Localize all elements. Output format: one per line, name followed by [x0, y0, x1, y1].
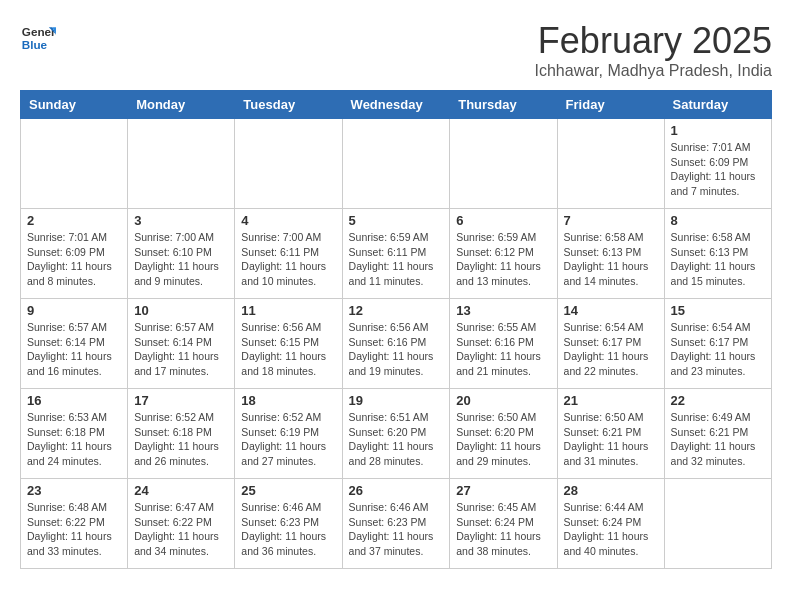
month-title: February 2025: [535, 20, 772, 62]
day-info: Sunrise: 6:49 AMSunset: 6:21 PMDaylight:…: [671, 410, 765, 469]
calendar-cell: 28Sunrise: 6:44 AMSunset: 6:24 PMDayligh…: [557, 479, 664, 569]
calendar-cell: 7Sunrise: 6:58 AMSunset: 6:13 PMDaylight…: [557, 209, 664, 299]
day-number: 12: [349, 303, 444, 318]
calendar-cell: 13Sunrise: 6:55 AMSunset: 6:16 PMDayligh…: [450, 299, 557, 389]
calendar-cell: [21, 119, 128, 209]
calendar-cell: 12Sunrise: 6:56 AMSunset: 6:16 PMDayligh…: [342, 299, 450, 389]
weekday-header-row: SundayMondayTuesdayWednesdayThursdayFrid…: [21, 91, 772, 119]
calendar-cell: 2Sunrise: 7:01 AMSunset: 6:09 PMDaylight…: [21, 209, 128, 299]
day-number: 5: [349, 213, 444, 228]
day-info: Sunrise: 6:53 AMSunset: 6:18 PMDaylight:…: [27, 410, 121, 469]
day-info: Sunrise: 6:46 AMSunset: 6:23 PMDaylight:…: [241, 500, 335, 559]
day-info: Sunrise: 6:57 AMSunset: 6:14 PMDaylight:…: [134, 320, 228, 379]
calendar-cell: 27Sunrise: 6:45 AMSunset: 6:24 PMDayligh…: [450, 479, 557, 569]
calendar-cell: [128, 119, 235, 209]
calendar-cell: 23Sunrise: 6:48 AMSunset: 6:22 PMDayligh…: [21, 479, 128, 569]
day-info: Sunrise: 6:51 AMSunset: 6:20 PMDaylight:…: [349, 410, 444, 469]
day-number: 9: [27, 303, 121, 318]
day-info: Sunrise: 6:57 AMSunset: 6:14 PMDaylight:…: [27, 320, 121, 379]
day-info: Sunrise: 6:46 AMSunset: 6:23 PMDaylight:…: [349, 500, 444, 559]
calendar-cell: [450, 119, 557, 209]
calendar-cell: 4Sunrise: 7:00 AMSunset: 6:11 PMDaylight…: [235, 209, 342, 299]
calendar-week-5: 23Sunrise: 6:48 AMSunset: 6:22 PMDayligh…: [21, 479, 772, 569]
calendar-cell: 17Sunrise: 6:52 AMSunset: 6:18 PMDayligh…: [128, 389, 235, 479]
location: Ichhawar, Madhya Pradesh, India: [535, 62, 772, 80]
day-info: Sunrise: 7:00 AMSunset: 6:10 PMDaylight:…: [134, 230, 228, 289]
weekday-header-friday: Friday: [557, 91, 664, 119]
day-info: Sunrise: 6:56 AMSunset: 6:16 PMDaylight:…: [349, 320, 444, 379]
weekday-header-tuesday: Tuesday: [235, 91, 342, 119]
day-info: Sunrise: 6:59 AMSunset: 6:12 PMDaylight:…: [456, 230, 550, 289]
weekday-header-monday: Monday: [128, 91, 235, 119]
day-number: 4: [241, 213, 335, 228]
day-info: Sunrise: 6:44 AMSunset: 6:24 PMDaylight:…: [564, 500, 658, 559]
day-number: 22: [671, 393, 765, 408]
day-info: Sunrise: 6:55 AMSunset: 6:16 PMDaylight:…: [456, 320, 550, 379]
day-number: 20: [456, 393, 550, 408]
day-number: 2: [27, 213, 121, 228]
calendar-week-3: 9Sunrise: 6:57 AMSunset: 6:14 PMDaylight…: [21, 299, 772, 389]
day-number: 19: [349, 393, 444, 408]
calendar-cell: 21Sunrise: 6:50 AMSunset: 6:21 PMDayligh…: [557, 389, 664, 479]
day-info: Sunrise: 7:01 AMSunset: 6:09 PMDaylight:…: [671, 140, 765, 199]
calendar-cell: 18Sunrise: 6:52 AMSunset: 6:19 PMDayligh…: [235, 389, 342, 479]
svg-text:General: General: [22, 25, 56, 38]
day-info: Sunrise: 7:01 AMSunset: 6:09 PMDaylight:…: [27, 230, 121, 289]
calendar-cell: 8Sunrise: 6:58 AMSunset: 6:13 PMDaylight…: [664, 209, 771, 299]
calendar-cell: 25Sunrise: 6:46 AMSunset: 6:23 PMDayligh…: [235, 479, 342, 569]
svg-text:Blue: Blue: [22, 38, 48, 51]
day-info: Sunrise: 6:58 AMSunset: 6:13 PMDaylight:…: [564, 230, 658, 289]
day-number: 28: [564, 483, 658, 498]
day-info: Sunrise: 6:50 AMSunset: 6:20 PMDaylight:…: [456, 410, 550, 469]
calendar-cell: 15Sunrise: 6:54 AMSunset: 6:17 PMDayligh…: [664, 299, 771, 389]
day-info: Sunrise: 6:45 AMSunset: 6:24 PMDaylight:…: [456, 500, 550, 559]
calendar-week-4: 16Sunrise: 6:53 AMSunset: 6:18 PMDayligh…: [21, 389, 772, 479]
calendar-cell: [235, 119, 342, 209]
calendar-week-2: 2Sunrise: 7:01 AMSunset: 6:09 PMDaylight…: [21, 209, 772, 299]
day-number: 7: [564, 213, 658, 228]
day-info: Sunrise: 6:54 AMSunset: 6:17 PMDaylight:…: [671, 320, 765, 379]
calendar-cell: 22Sunrise: 6:49 AMSunset: 6:21 PMDayligh…: [664, 389, 771, 479]
calendar-cell: 1Sunrise: 7:01 AMSunset: 6:09 PMDaylight…: [664, 119, 771, 209]
calendar-cell: 6Sunrise: 6:59 AMSunset: 6:12 PMDaylight…: [450, 209, 557, 299]
weekday-header-thursday: Thursday: [450, 91, 557, 119]
calendar-table: SundayMondayTuesdayWednesdayThursdayFrid…: [20, 90, 772, 569]
calendar-cell: 11Sunrise: 6:56 AMSunset: 6:15 PMDayligh…: [235, 299, 342, 389]
title-section: February 2025 Ichhawar, Madhya Pradesh, …: [535, 20, 772, 80]
day-info: Sunrise: 6:54 AMSunset: 6:17 PMDaylight:…: [564, 320, 658, 379]
day-info: Sunrise: 6:50 AMSunset: 6:21 PMDaylight:…: [564, 410, 658, 469]
day-info: Sunrise: 6:52 AMSunset: 6:18 PMDaylight:…: [134, 410, 228, 469]
calendar-cell: 9Sunrise: 6:57 AMSunset: 6:14 PMDaylight…: [21, 299, 128, 389]
day-number: 26: [349, 483, 444, 498]
day-number: 25: [241, 483, 335, 498]
weekday-header-saturday: Saturday: [664, 91, 771, 119]
day-number: 18: [241, 393, 335, 408]
day-number: 8: [671, 213, 765, 228]
calendar-cell: 26Sunrise: 6:46 AMSunset: 6:23 PMDayligh…: [342, 479, 450, 569]
calendar-cell: 3Sunrise: 7:00 AMSunset: 6:10 PMDaylight…: [128, 209, 235, 299]
day-info: Sunrise: 6:58 AMSunset: 6:13 PMDaylight:…: [671, 230, 765, 289]
day-number: 15: [671, 303, 765, 318]
day-number: 10: [134, 303, 228, 318]
calendar-cell: 5Sunrise: 6:59 AMSunset: 6:11 PMDaylight…: [342, 209, 450, 299]
day-number: 3: [134, 213, 228, 228]
calendar-cell: 16Sunrise: 6:53 AMSunset: 6:18 PMDayligh…: [21, 389, 128, 479]
day-info: Sunrise: 6:47 AMSunset: 6:22 PMDaylight:…: [134, 500, 228, 559]
day-number: 14: [564, 303, 658, 318]
calendar-cell: 24Sunrise: 6:47 AMSunset: 6:22 PMDayligh…: [128, 479, 235, 569]
calendar-cell: 20Sunrise: 6:50 AMSunset: 6:20 PMDayligh…: [450, 389, 557, 479]
day-number: 11: [241, 303, 335, 318]
calendar-cell: [664, 479, 771, 569]
calendar-cell: 14Sunrise: 6:54 AMSunset: 6:17 PMDayligh…: [557, 299, 664, 389]
logo: General Blue: [20, 20, 56, 56]
weekday-header-sunday: Sunday: [21, 91, 128, 119]
calendar-cell: [342, 119, 450, 209]
calendar-cell: 19Sunrise: 6:51 AMSunset: 6:20 PMDayligh…: [342, 389, 450, 479]
day-number: 27: [456, 483, 550, 498]
calendar-cell: [557, 119, 664, 209]
day-number: 1: [671, 123, 765, 138]
calendar-week-1: 1Sunrise: 7:01 AMSunset: 6:09 PMDaylight…: [21, 119, 772, 209]
logo-icon: General Blue: [20, 20, 56, 56]
day-number: 23: [27, 483, 121, 498]
day-number: 16: [27, 393, 121, 408]
